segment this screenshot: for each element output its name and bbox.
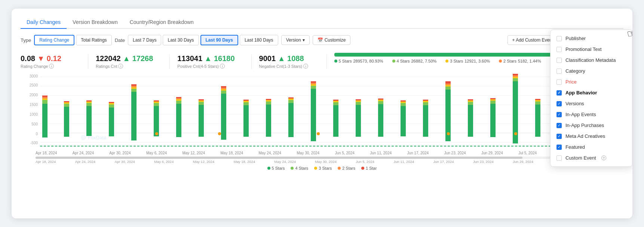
svg-rect-117 xyxy=(468,105,473,133)
checkbox-promotional-text[interactable] xyxy=(556,47,562,52)
svg-text:0: 0 xyxy=(36,132,38,136)
value-5stars: 289573, 80.93% xyxy=(353,59,383,63)
info-icon-positive[interactable]: i xyxy=(220,64,225,69)
svg-point-152 xyxy=(514,132,517,135)
svg-rect-26 xyxy=(64,133,69,137)
svg-rect-85 xyxy=(311,133,316,141)
stat-change: 16180 xyxy=(214,54,235,63)
svg-rect-17 xyxy=(42,100,47,104)
dropdown-label-in-app-events: In-App Events xyxy=(565,112,596,117)
svg-rect-23 xyxy=(64,104,69,107)
svg-rect-52 xyxy=(176,97,181,98)
scrollbar-thumb[interactable] xyxy=(36,157,522,159)
checkbox-meta-ad-creatives[interactable] xyxy=(556,134,562,139)
svg-rect-59 xyxy=(221,94,226,133)
toolbar: Type Rating Change Total Ratings Date La… xyxy=(21,35,623,45)
bottom-dot-3stars xyxy=(314,167,317,170)
svg-text:1000: 1000 xyxy=(30,112,38,116)
checkbox-custom-event[interactable] xyxy=(556,155,562,161)
svg-rect-21 xyxy=(42,133,47,137)
checkbox-publisher[interactable] xyxy=(556,36,562,41)
svg-rect-137 xyxy=(535,133,540,137)
divider-3 xyxy=(251,54,252,69)
svg-rect-19 xyxy=(42,97,47,99)
label-4stars: 4 Stars xyxy=(397,59,410,63)
date-label: Date xyxy=(115,37,125,43)
svg-rect-81 xyxy=(311,86,316,89)
btn-version[interactable]: Version ▾ xyxy=(281,35,310,45)
checkbox-app-behavior[interactable] xyxy=(556,90,562,96)
checkbox-in-app-purchases[interactable] xyxy=(556,123,562,128)
dropdown-item-meta-ad-creatives[interactable]: Meta Ad Creatives xyxy=(551,131,632,142)
checkbox-classification-metadata[interactable] xyxy=(556,58,562,63)
svg-text:500: 500 xyxy=(31,122,38,126)
svg-rect-94 xyxy=(356,99,361,100)
svg-point-151 xyxy=(447,132,450,135)
stats-row: 0.08 ▼ 0.12 Rating Change i 122042 ▲ 172… xyxy=(21,51,623,70)
svg-rect-103 xyxy=(401,102,406,103)
svg-rect-98 xyxy=(378,100,383,101)
tab-country-region[interactable]: Country/Region Breakdown xyxy=(124,16,200,29)
info-icon-rating[interactable]: i xyxy=(49,64,54,69)
divider-1 xyxy=(88,54,88,69)
dropdown-label-versions: Versions xyxy=(565,101,584,106)
checkbox-category[interactable] xyxy=(556,69,562,74)
label-5stars: 5 Stars xyxy=(339,59,352,63)
stat-rating-change: 0.08 ▼ 0.12 Rating Change i xyxy=(21,51,80,70)
svg-point-149 xyxy=(218,132,221,135)
label-3stars: 3 Stars xyxy=(450,59,463,63)
dropdown-item-app-behavior[interactable]: App Behavior xyxy=(551,87,632,98)
info-icon-ratings[interactable]: i xyxy=(118,64,123,69)
dropdown-item-in-app-events[interactable]: In-App Events xyxy=(551,109,632,120)
dropdown-item-price[interactable]: Price xyxy=(551,76,632,87)
svg-rect-25 xyxy=(64,101,69,102)
tab-daily-changes[interactable]: Daily Changes xyxy=(21,16,67,29)
tab-bar: Daily Changes Version Breakdown Country/… xyxy=(21,16,623,29)
svg-rect-53 xyxy=(176,133,181,137)
checkbox-in-app-events[interactable] xyxy=(556,112,562,117)
dropdown-item-category[interactable]: Category xyxy=(551,66,632,76)
svg-rect-126 xyxy=(490,133,496,137)
dropdown-label-app-behavior: App Behavior xyxy=(565,90,597,96)
svg-rect-29 xyxy=(86,102,92,103)
dropdown-item-featured[interactable]: Featured xyxy=(551,142,632,152)
svg-rect-67 xyxy=(243,101,249,102)
dropdown-label-meta-ad-creatives: Meta Ad Creatives xyxy=(565,133,605,139)
x-label: Apr 18, 2024 xyxy=(36,151,57,155)
svg-rect-122 xyxy=(490,104,496,133)
tab-version-breakdown[interactable]: Version Breakdown xyxy=(67,16,124,29)
chart-scrollbar[interactable] xyxy=(36,157,608,159)
dropdown-item-classification-metadata[interactable]: Classification Metadata xyxy=(551,55,632,66)
btn-90days[interactable]: Last 90 Days xyxy=(200,35,238,45)
dropdown-item-in-app-purchases[interactable]: In-App Purchases xyxy=(551,120,632,131)
btn-180days[interactable]: Last 180 Days xyxy=(240,35,278,45)
customize-label: Customize xyxy=(325,37,346,43)
svg-rect-20 xyxy=(42,96,47,97)
svg-rect-58 xyxy=(199,133,204,137)
btn-customize[interactable]: 📅 Customize xyxy=(313,35,351,45)
value-2stars: 5182, 1.44% xyxy=(518,59,541,63)
dropdown-item-custom-event[interactable]: Custom Event ? xyxy=(551,152,632,163)
info-icon-custom-event[interactable]: ? xyxy=(601,155,606,160)
svg-rect-90 xyxy=(333,133,338,137)
bar-5stars xyxy=(334,53,568,57)
btn-30days[interactable]: Last 30 Days xyxy=(163,35,199,45)
checkbox-price[interactable] xyxy=(556,79,562,85)
dropdown-item-versions[interactable]: Versions xyxy=(551,98,632,109)
btn-rating-change[interactable]: Rating Change xyxy=(34,35,74,45)
svg-rect-36 xyxy=(109,133,114,136)
dropdown-item-publisher[interactable]: Publisher xyxy=(551,33,632,44)
dropdown-item-promotional-text[interactable]: Promotional Text xyxy=(551,44,632,55)
svg-rect-71 xyxy=(266,102,271,105)
bottom-label-3stars: 3 Stars xyxy=(319,166,332,170)
svg-text:1500: 1500 xyxy=(30,103,38,107)
foxdata-logo-icon xyxy=(80,134,86,140)
label-2stars: 2 Stars xyxy=(503,59,516,63)
btn-7days[interactable]: Last 7 Days xyxy=(128,35,161,45)
btn-total-ratings[interactable]: Total Ratings xyxy=(76,35,111,45)
bottom-label-1star: 1 Star xyxy=(366,166,377,170)
divider-4 xyxy=(326,54,327,69)
checkbox-featured[interactable] xyxy=(556,145,562,150)
checkbox-versions[interactable] xyxy=(556,101,562,106)
info-icon-negative[interactable]: i xyxy=(303,64,308,69)
